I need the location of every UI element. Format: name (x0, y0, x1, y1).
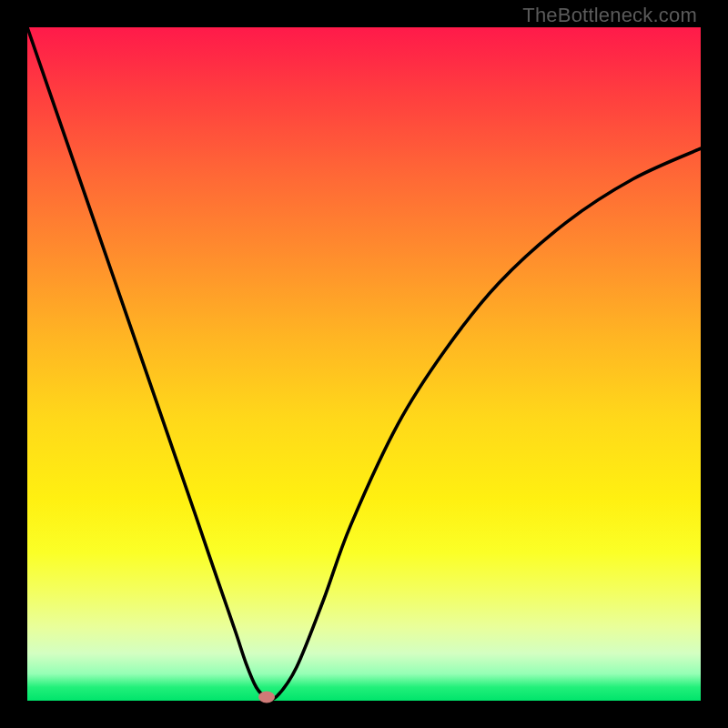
data-curve (27, 27, 701, 700)
watermark-text: TheBottleneck.com (522, 4, 697, 27)
plot-area (27, 27, 701, 701)
curve-svg (27, 27, 701, 701)
minimum-marker-icon (258, 692, 275, 703)
chart-frame: TheBottleneck.com (0, 0, 728, 728)
